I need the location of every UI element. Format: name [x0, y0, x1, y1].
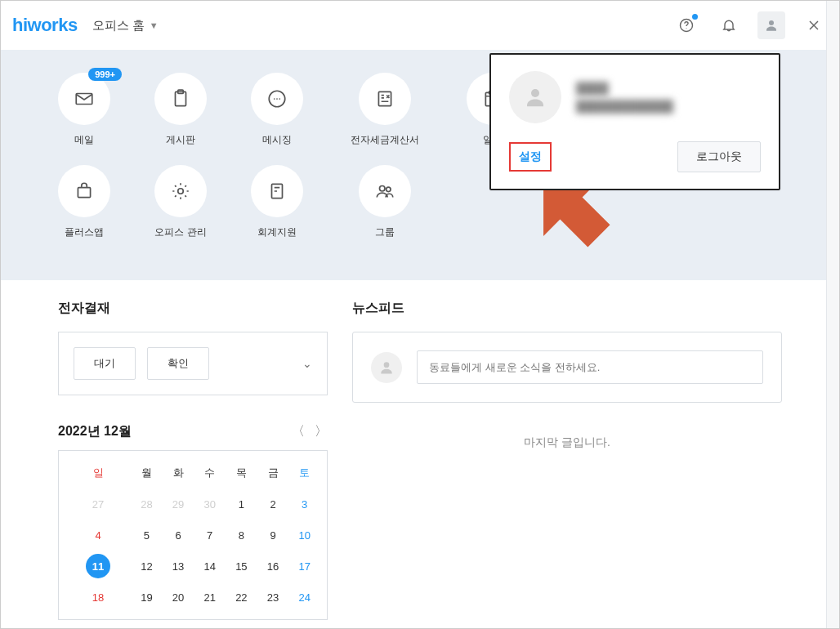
- scrollbar-track[interactable]: [826, 1, 839, 628]
- svg-rect-3: [76, 94, 92, 105]
- gear-icon: [170, 181, 191, 202]
- chevron-down-icon[interactable]: ⌄: [302, 357, 312, 370]
- calendar-weekday: 목: [226, 466, 257, 488]
- calendar-day[interactable]: 11: [65, 551, 131, 582]
- calendar-weekday: 금: [257, 466, 289, 488]
- nav-dropdown[interactable]: 오피스 홈 ▼: [92, 18, 159, 33]
- app-label: 오피스 관리: [154, 225, 207, 239]
- logout-button[interactable]: 로그아웃: [677, 141, 761, 172]
- svg-point-9: [279, 98, 280, 100]
- app-label: 메일: [58, 133, 110, 147]
- clipboard-icon: [170, 88, 191, 109]
- app-label: 그룹: [347, 225, 422, 239]
- calendar-prev-button[interactable]: 〈: [292, 423, 305, 440]
- app-mail[interactable]: 999+ 메일: [58, 73, 110, 147]
- feed-input[interactable]: [417, 350, 763, 384]
- svg-point-17: [386, 187, 391, 191]
- calendar-day[interactable]: 6: [163, 520, 194, 551]
- calendar-weekday: 수: [194, 466, 226, 488]
- avatar-icon: [509, 71, 561, 123]
- calendar-day[interactable]: 8: [226, 520, 257, 551]
- avatar-icon: [371, 352, 402, 383]
- calendar-widget: 2022년 12월 〈 〉 일월화수목금토 272829301234567891…: [58, 423, 328, 620]
- app-plus[interactable]: 플러스앱: [58, 165, 110, 239]
- svg-point-14: [178, 189, 184, 194]
- calendar-day[interactable]: 17: [288, 551, 320, 582]
- content: 전자결재 대기 확인 ⌄ 2022년 12월 〈 〉 일월화수목금토 27282…: [1, 280, 839, 629]
- calendar-day[interactable]: 12: [131, 551, 163, 582]
- calc-icon: [374, 88, 395, 109]
- chat-icon: [266, 88, 288, 109]
- chevron-down-icon: ▼: [150, 20, 159, 30]
- app-label: 메시징: [251, 133, 303, 147]
- bag-icon: [74, 181, 95, 202]
- app-messaging[interactable]: 메시징: [251, 73, 303, 147]
- profile-detail: ████████████: [576, 97, 673, 115]
- app-tax-invoice[interactable]: 전자세금계산서: [347, 73, 422, 147]
- calendar-title: 2022년 12월: [58, 423, 132, 440]
- profile-name: ████: [576, 79, 673, 97]
- svg-point-1: [686, 28, 687, 29]
- calendar-day[interactable]: 16: [257, 551, 289, 582]
- app-board[interactable]: 게시판: [154, 73, 207, 147]
- app-group[interactable]: 그룹: [347, 165, 422, 239]
- settings-link[interactable]: 설정: [509, 142, 552, 172]
- approval-title: 전자결재: [58, 300, 328, 317]
- approval-confirm-button[interactable]: 확인: [147, 347, 209, 380]
- nav-label: 오피스 홈: [92, 18, 145, 33]
- calendar-day[interactable]: 15: [226, 551, 257, 582]
- feed-end-label: 마지막 글입니다.: [352, 435, 782, 450]
- doc-icon: [266, 181, 288, 202]
- calendar-day[interactable]: 27: [65, 488, 131, 520]
- calendar-weekday: 월: [131, 466, 163, 488]
- approval-wait-button[interactable]: 대기: [74, 347, 136, 380]
- calendar-weekday: 화: [163, 466, 194, 488]
- feed-composer: [352, 332, 782, 403]
- svg-point-18: [384, 362, 390, 368]
- logo: hiworks: [12, 15, 78, 36]
- calendar-day[interactable]: 21: [194, 582, 226, 613]
- calendar-day[interactable]: 14: [194, 551, 226, 582]
- app-label: 플러스앱: [58, 225, 110, 239]
- calendar-day[interactable]: 19: [131, 582, 163, 613]
- calendar-day[interactable]: 28: [131, 488, 163, 520]
- calendar-day[interactable]: 20: [163, 582, 194, 613]
- notification-dot: [692, 14, 698, 20]
- calendar-day[interactable]: 10: [288, 520, 320, 551]
- app-label: 게시판: [154, 133, 207, 147]
- calendar-day[interactable]: 7: [194, 520, 226, 551]
- svg-rect-10: [378, 91, 391, 105]
- calendar-day[interactable]: 30: [194, 488, 226, 520]
- group-icon: [374, 181, 395, 202]
- app-accounting[interactable]: 회계지원: [251, 165, 303, 239]
- calendar-day[interactable]: 29: [163, 488, 194, 520]
- profile-button[interactable]: [757, 11, 785, 39]
- close-icon[interactable]: [800, 11, 828, 39]
- calendar-day[interactable]: 1: [226, 488, 257, 520]
- calendar-day[interactable]: 23: [257, 582, 289, 613]
- calendar-table: 일월화수목금토 27282930123456789101112131415161…: [65, 466, 320, 613]
- calendar-day[interactable]: 2: [257, 488, 289, 520]
- svg-point-2: [769, 20, 774, 25]
- mail-icon: [74, 88, 95, 109]
- bell-icon[interactable]: [715, 11, 743, 39]
- calendar-day[interactable]: 3: [288, 488, 320, 520]
- approval-panel: 대기 확인 ⌄: [58, 332, 328, 395]
- help-icon[interactable]: [672, 11, 700, 39]
- calendar-day[interactable]: 13: [163, 551, 194, 582]
- svg-point-8: [276, 98, 278, 100]
- calendar-day[interactable]: 18: [65, 582, 131, 613]
- calendar-next-button[interactable]: 〉: [315, 423, 328, 440]
- calendar-weekday: 토: [288, 466, 320, 488]
- calendar-day[interactable]: 24: [288, 582, 320, 613]
- calendar-day[interactable]: 9: [257, 520, 289, 551]
- calendar-weekday: 일: [65, 466, 131, 488]
- calendar-day[interactable]: 5: [131, 520, 163, 551]
- calendar-day[interactable]: 4: [65, 520, 131, 551]
- feed-title: 뉴스피드: [352, 300, 782, 317]
- app-admin[interactable]: 오피스 관리: [154, 165, 207, 239]
- topbar: hiworks 오피스 홈 ▼: [1, 1, 839, 50]
- calendar-day[interactable]: 22: [226, 582, 257, 613]
- mail-badge: 999+: [88, 68, 122, 81]
- app-label: 전자세금계산서: [347, 133, 422, 147]
